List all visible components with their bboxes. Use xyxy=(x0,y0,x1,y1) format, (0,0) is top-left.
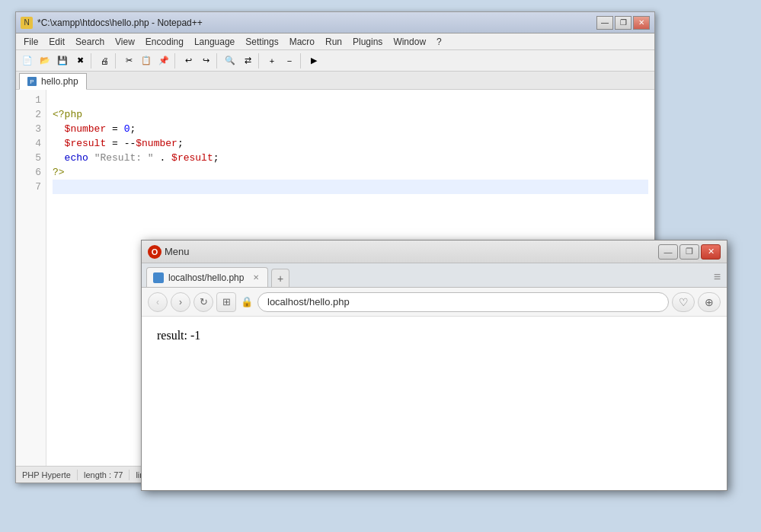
menu-file[interactable]: File xyxy=(19,35,43,49)
notepad-maximize-button[interactable]: ❐ xyxy=(615,16,632,30)
toolbar-find[interactable]: 🔍 xyxy=(222,53,238,69)
browser-bookmark-button[interactable]: ♡ xyxy=(672,292,695,312)
menu-search[interactable]: Search xyxy=(71,35,109,49)
toolbar-sep-5 xyxy=(258,53,261,68)
opera-tab-hello-php[interactable]: localhost/hello.php ✕ xyxy=(146,267,268,287)
line-numbers-gutter: 1 2 3 4 5 6 7 xyxy=(16,90,46,466)
menu-run[interactable]: Run xyxy=(321,35,347,49)
opera-win-controls: — ❐ ✕ xyxy=(658,244,721,260)
browser-forward-button[interactable]: › xyxy=(171,292,190,312)
tab-php-icon: P xyxy=(27,77,37,86)
notepad-menubar: File Edit Search View Encoding Language … xyxy=(16,33,654,50)
menu-window[interactable]: Window xyxy=(388,35,430,49)
toolbar-zoomout[interactable]: − xyxy=(281,53,298,69)
opera-new-tab-button[interactable]: + xyxy=(271,269,289,287)
toolbar-macro[interactable]: ▶ xyxy=(305,53,322,69)
browser-security-icon: 🔒 xyxy=(239,292,254,312)
toolbar-sep-1 xyxy=(91,53,94,68)
status-length: length : 77 xyxy=(84,470,123,479)
toolbar-replace[interactable]: ⇄ xyxy=(239,53,256,69)
toolbar-cut[interactable]: ✂ xyxy=(120,53,137,69)
opera-maximize-button[interactable]: ❐ xyxy=(679,244,699,260)
notepad-minimize-button[interactable]: — xyxy=(596,16,613,30)
toolbar-sep-3 xyxy=(174,53,177,68)
opera-logo-icon: O xyxy=(148,245,161,259)
menu-encoding[interactable]: Encoding xyxy=(141,35,188,49)
opera-address-bar: ‹ › ↻ ⊞ 🔒 ♡ ⊕ xyxy=(142,288,727,317)
toolbar-zoomin[interactable]: + xyxy=(264,53,280,69)
notepad-win-controls: — ❐ ✕ xyxy=(596,16,650,30)
tab-label: hello.php xyxy=(41,76,78,87)
code-line-1 xyxy=(53,93,648,107)
line-num-3: 3 xyxy=(16,122,41,136)
browser-stash-button[interactable]: ⊕ xyxy=(698,292,721,312)
code-line-2: <?php xyxy=(53,107,648,122)
opera-window: O Menu — ❐ ✕ localhost/hello.php ✕ + ≡ ‹… xyxy=(141,240,727,491)
line-num-1: 1 xyxy=(16,93,41,107)
notepad-toolbar: 📄 📂 💾 ✖ 🖨 ✂ 📋 📌 ↩ ↪ 🔍 ⇄ + − ▶ xyxy=(16,50,654,72)
editor-tab-hello-php[interactable]: P hello.php xyxy=(19,73,87,90)
toolbar-open[interactable]: 📂 xyxy=(37,53,53,69)
toolbar-copy[interactable]: 📋 xyxy=(138,53,155,69)
browser-content: result: -1 xyxy=(142,317,727,490)
toolbar-paste[interactable]: 📌 xyxy=(155,53,172,69)
opera-tab-label: localhost/hello.php xyxy=(168,272,246,283)
toolbar-redo[interactable]: ↪ xyxy=(197,53,214,69)
opera-titlebar: O Menu — ❐ ✕ xyxy=(142,241,727,263)
menu-macro[interactable]: Macro xyxy=(285,35,319,49)
opera-tab-favicon xyxy=(153,272,164,283)
status-sep-1 xyxy=(77,470,78,480)
opera-tab-close-button[interactable]: ✕ xyxy=(251,272,261,283)
menu-help[interactable]: ? xyxy=(432,35,446,49)
menu-language[interactable]: Language xyxy=(190,35,239,49)
status-lang: PHP Hyperte xyxy=(22,470,71,479)
opera-tabbar: localhost/hello.php ✕ + ≡ xyxy=(142,263,727,288)
toolbar-sep-4 xyxy=(216,53,219,68)
opera-close-button[interactable]: ✕ xyxy=(701,244,721,260)
line-num-7: 7 xyxy=(16,180,41,194)
browser-back-button[interactable]: ‹ xyxy=(148,292,168,312)
browser-reload-button[interactable]: ↻ xyxy=(193,292,213,312)
toolbar-print[interactable]: 🖨 xyxy=(96,53,113,69)
menu-view[interactable]: View xyxy=(110,35,139,49)
opera-tab-extensions: ≡ xyxy=(714,270,727,287)
browser-address-input[interactable] xyxy=(257,292,669,312)
code-line-6: ?> xyxy=(53,165,648,180)
code-line-5: echo "Result: " . $result; xyxy=(53,151,648,165)
opera-menu-button[interactable]: Menu xyxy=(165,246,190,257)
menu-settings[interactable]: Settings xyxy=(241,35,283,49)
line-num-4: 4 xyxy=(16,136,41,151)
notepad-close-button[interactable]: ✕ xyxy=(633,16,650,30)
menu-plugins[interactable]: Plugins xyxy=(348,35,387,49)
notepad-title: *C:\xampp\htdocs\hello.php - Notepad++ xyxy=(37,18,596,28)
notepad-tabbar: P hello.php xyxy=(16,72,654,90)
code-line-7 xyxy=(53,180,648,194)
notepad-app-icon: N xyxy=(21,17,33,29)
toolbar-save[interactable]: 💾 xyxy=(54,53,71,69)
browser-speed-dial-button[interactable]: ⊞ xyxy=(216,292,236,312)
toolbar-closeall[interactable]: ✖ xyxy=(72,53,88,69)
menu-edit[interactable]: Edit xyxy=(44,35,69,49)
toolbar-sep-6 xyxy=(300,53,303,68)
toolbar-undo[interactable]: ↩ xyxy=(180,53,197,69)
toolbar-sep-2 xyxy=(115,53,118,68)
toolbar-new[interactable]: 📄 xyxy=(19,53,36,69)
line-num-6: 6 xyxy=(16,165,41,180)
code-line-4: $result = --$number; xyxy=(53,136,648,151)
line-num-2: 2 xyxy=(16,107,41,122)
php-output: result: -1 xyxy=(157,329,711,342)
code-line-3: $number = 0; xyxy=(53,122,648,136)
status-sep-2 xyxy=(129,470,129,480)
opera-minimize-button[interactable]: — xyxy=(658,244,678,260)
notepad-titlebar: N *C:\xampp\htdocs\hello.php - Notepad++… xyxy=(16,12,654,33)
line-num-5: 5 xyxy=(16,151,41,165)
